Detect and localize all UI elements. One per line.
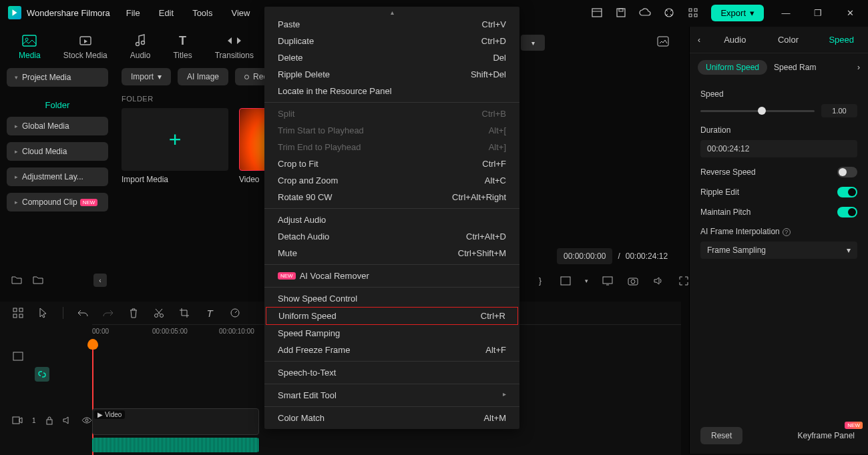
tab-media[interactable]: Media	[13, 31, 46, 63]
svg-point-32	[160, 314, 164, 318]
context-menu-item[interactable]: Add Freeze FrameAlt+F	[264, 342, 519, 358]
chevron-down-icon[interactable]: ▾	[585, 278, 588, 284]
menu-edit[interactable]: Edit	[159, 8, 174, 18]
inspector-tab-color[interactable]: Color	[762, 35, 815, 45]
context-menu-item[interactable]: NEWAI Vocal Remover	[264, 268, 519, 284]
inspector-tab-audio[interactable]: Audio	[708, 35, 762, 45]
reset-button[interactable]: Reset	[700, 427, 742, 444]
context-menu-shortcut: Ctrl+V	[482, 19, 506, 29]
context-menu-label: AI Vocal Remover	[300, 271, 369, 281]
tab-titles[interactable]: T Titles	[168, 31, 197, 63]
compound-clip-item[interactable]: ▸Compound ClipNEW	[7, 193, 108, 211]
visibility-icon[interactable]	[81, 414, 92, 426]
redo-icon[interactable]	[102, 307, 114, 319]
context-menu-item[interactable]: Crop to FitCtrl+F	[264, 155, 519, 172]
delete-icon[interactable]	[128, 307, 140, 319]
crop-icon[interactable]	[178, 307, 190, 319]
svg-point-4	[665, 9, 673, 17]
grid-icon[interactable]	[12, 307, 24, 319]
ratio-icon[interactable]	[560, 275, 572, 287]
context-menu-item[interactable]: Rotate 90 CWCtrl+Alt+Right	[264, 189, 519, 205]
scroll-up-icon[interactable]: ▴	[264, 9, 519, 16]
help-icon[interactable]: ?	[783, 228, 791, 236]
speed-icon[interactable]	[229, 307, 241, 319]
speed-slider[interactable]	[700, 110, 815, 112]
context-menu-item[interactable]: Crop and ZoomAlt+C	[264, 172, 519, 189]
minimize-button[interactable]: —	[776, 8, 796, 18]
folder-label[interactable]: Folder	[7, 93, 108, 117]
export-button[interactable]: Export ▾	[711, 5, 764, 21]
current-time[interactable]: 00:00:00:00	[557, 248, 612, 264]
marker-icon[interactable]: }	[534, 275, 546, 287]
duration-value[interactable]: 00:00:24:12	[700, 140, 857, 157]
cloud-icon[interactable]	[639, 7, 651, 19]
keyframe-panel-button[interactable]: NEW Keyframe Panel	[795, 428, 857, 443]
camera-icon[interactable]	[627, 275, 639, 287]
context-menu-item[interactable]: Adjust Audio	[264, 211, 519, 228]
save-icon[interactable]	[615, 7, 627, 19]
context-menu-item[interactable]: Ripple DeleteShift+Del	[264, 66, 519, 83]
global-media-item[interactable]: ▸Global Media	[7, 117, 108, 135]
reverse-speed-toggle[interactable]	[837, 167, 857, 177]
ai-interp-select[interactable]: Frame Sampling▾	[700, 242, 857, 259]
duration-label: Duration	[700, 125, 857, 135]
project-media-item[interactable]: ▾Project Media	[7, 68, 108, 87]
close-button[interactable]: ✕	[840, 8, 860, 18]
match-icon[interactable]	[12, 350, 24, 362]
context-menu-item[interactable]: Locate in the Resource Panel	[264, 83, 519, 99]
cloud-media-item[interactable]: ▸Cloud Media	[7, 142, 108, 161]
maintain-pitch-toggle[interactable]	[837, 207, 857, 217]
context-menu-item[interactable]: MuteCtrl+Shift+M	[264, 245, 519, 262]
context-menu-item[interactable]: Smart Edit Tool▸	[264, 387, 519, 404]
subtab-uniform-speed[interactable]: Uniform Speed	[698, 60, 767, 75]
volume-icon[interactable]	[652, 275, 664, 287]
tab-stock-media[interactable]: Stock Media	[58, 31, 113, 63]
preview-ratio-dropdown[interactable]: ▾	[521, 35, 545, 51]
mute-icon[interactable]	[63, 414, 72, 426]
inspector-tab-speed[interactable]: Speed	[815, 35, 868, 45]
ripple-edit-toggle[interactable]	[837, 187, 857, 197]
menu-view[interactable]: View	[231, 8, 250, 18]
context-menu-item[interactable]: Detach AudioCtrl+Alt+D	[264, 228, 519, 245]
cursor-icon[interactable]	[37, 307, 49, 319]
menu-tools[interactable]: Tools	[192, 8, 212, 18]
tab-transitions[interactable]: Transitions	[210, 31, 259, 63]
tab-audio[interactable]: Audio	[125, 31, 156, 63]
context-menu-item[interactable]: Uniform SpeedCtrl+R	[266, 307, 518, 325]
inspector-back-button[interactable]: ‹	[690, 35, 708, 45]
import-button[interactable]: Import▾	[122, 68, 171, 85]
audio-clip[interactable]	[92, 438, 259, 452]
speed-value[interactable]: 1.00	[821, 104, 857, 117]
context-menu-item[interactable]: DuplicateCtrl+D	[264, 33, 519, 49]
snapshot-icon[interactable]	[657, 36, 669, 47]
context-menu-item[interactable]: Speed Ramping	[264, 325, 519, 342]
undo-icon[interactable]	[77, 307, 89, 319]
apps-icon[interactable]	[687, 7, 699, 19]
folder-icon[interactable]	[32, 274, 44, 286]
context-menu-item[interactable]: Color MatchAlt+M	[264, 410, 519, 426]
collapse-sidebar-button[interactable]: ‹	[93, 274, 107, 287]
maximize-button[interactable]: ❐	[808, 8, 828, 18]
context-menu-item[interactable]: Speech-to-Text	[264, 364, 519, 381]
support-icon[interactable]	[663, 7, 675, 19]
video-clip[interactable]: ▶Video	[92, 408, 259, 435]
menu-file[interactable]: File	[126, 8, 140, 18]
import-media-thumb[interactable]: + Import Media	[122, 108, 228, 184]
text-icon[interactable]: T	[204, 307, 216, 319]
app-name: Wondershare Filmora	[27, 8, 110, 18]
context-menu-item[interactable]: DeleteDel	[264, 49, 519, 66]
new-folder-icon[interactable]	[11, 274, 23, 286]
context-menu-item[interactable]: PasteCtrl+V	[264, 16, 519, 33]
link-icon[interactable]	[35, 367, 49, 382]
display-icon[interactable]	[602, 275, 614, 287]
context-menu-item[interactable]: Show Speed Control	[264, 290, 519, 307]
video-track-icon[interactable]	[12, 414, 23, 426]
chevron-right-icon[interactable]: ›	[857, 63, 860, 72]
fullscreen-icon[interactable]	[678, 275, 690, 287]
ai-image-button[interactable]: AI Image	[178, 68, 228, 85]
lock-icon[interactable]	[45, 414, 53, 426]
layout-icon[interactable]	[591, 7, 603, 19]
subtab-speed-ramping[interactable]: Speed Ram	[774, 63, 816, 72]
split-icon[interactable]	[153, 307, 165, 319]
adjustment-layer-item[interactable]: ▸Adjustment Lay...	[7, 167, 108, 186]
